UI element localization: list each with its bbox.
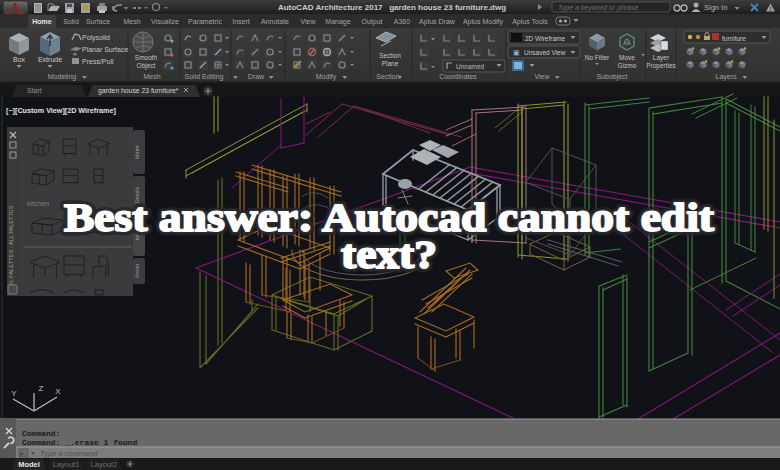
- svg-text:A360: A360: [394, 18, 410, 25]
- svg-text:Output: Output: [361, 18, 382, 26]
- svg-text:Model: Model: [18, 460, 40, 469]
- svg-text:TOOL PALETTES - ALL PALETTES: TOOL PALETTES - ALL PALETTES: [8, 205, 14, 294]
- svg-text:Type a keyword or phrase: Type a keyword or phrase: [558, 4, 639, 12]
- svg-text:Section: Section: [376, 73, 399, 80]
- svg-text:Sign In: Sign In: [704, 3, 727, 12]
- svg-text:furniture: furniture: [722, 35, 746, 42]
- svg-text:Visualize: Visualize: [151, 18, 179, 25]
- svg-text:Aplus Modify: Aplus Modify: [463, 18, 504, 26]
- svg-text:Home: Home: [32, 18, 52, 25]
- svg-text:Parametric: Parametric: [188, 18, 222, 25]
- svg-text:!: !: [770, 6, 772, 12]
- svg-text:AutoCAD Architecture 2017 ga: AutoCAD Architecture 2017 garden house 2…: [278, 3, 506, 12]
- svg-text:A: A: [10, 0, 21, 16]
- svg-text:Subobject: Subobject: [596, 73, 627, 81]
- svg-text:Layout1: Layout1: [53, 460, 80, 469]
- svg-text:text?: text?: [341, 232, 437, 277]
- svg-text:Command: _.erase 1 found: Command: _.erase 1 found: [22, 438, 137, 447]
- svg-text:Move: Move: [619, 54, 635, 61]
- svg-text:Press/Pull: Press/Pull: [82, 58, 114, 65]
- svg-text:Mater: Mater: [134, 145, 140, 159]
- svg-text:Layout2: Layout2: [91, 460, 118, 469]
- svg-text:Layers: Layers: [715, 73, 737, 81]
- svg-text:Polysolid: Polysolid: [82, 34, 110, 42]
- svg-text:Modify: Modify: [316, 73, 337, 81]
- svg-text:Command:: Command:: [22, 429, 60, 438]
- svg-text:Type a command: Type a command: [40, 449, 98, 458]
- svg-text:Start: Start: [27, 87, 42, 94]
- svg-text:No Filter: No Filter: [585, 54, 610, 61]
- svg-text:Solid: Solid: [63, 18, 79, 25]
- svg-text:Modeling: Modeling: [48, 73, 77, 81]
- svg-text:Z: Z: [39, 384, 44, 393]
- svg-text:Annot: Annot: [134, 263, 140, 278]
- svg-text:Aplus Tools: Aplus Tools: [512, 18, 548, 26]
- svg-text:Extrude: Extrude: [38, 56, 62, 63]
- svg-text:Y: Y: [11, 389, 17, 398]
- svg-text:Mesh: Mesh: [143, 73, 160, 80]
- svg-text:Solid Editing: Solid Editing: [185, 73, 224, 81]
- svg-text:Box: Box: [13, 56, 26, 63]
- svg-text:Object: Object: [137, 62, 156, 70]
- svg-text:View: View: [300, 18, 316, 25]
- svg-text:X: X: [55, 387, 61, 396]
- svg-text:Unnamed: Unnamed: [456, 63, 485, 70]
- svg-text:Smooth: Smooth: [135, 54, 158, 61]
- svg-text:2D Wireframe: 2D Wireframe: [525, 35, 565, 42]
- svg-text:Gizmo: Gizmo: [618, 62, 637, 69]
- svg-text:Coordinates: Coordinates: [439, 73, 477, 80]
- svg-text:garden house 23 furniture*: garden house 23 furniture*: [98, 87, 179, 95]
- svg-text:Aplus Draw: Aplus Draw: [419, 18, 456, 26]
- svg-text:Annotate: Annotate: [261, 18, 289, 25]
- svg-text:▣: ▣: [513, 49, 520, 56]
- svg-text:Properties: Properties: [646, 62, 676, 70]
- svg-text:Draw: Draw: [248, 73, 265, 80]
- svg-text:kitchen: kitchen: [27, 200, 49, 207]
- svg-text:Unsaved View: Unsaved View: [524, 49, 566, 56]
- svg-text:Planar Surface: Planar Surface: [82, 46, 128, 53]
- svg-text:Mesh: Mesh: [123, 18, 140, 25]
- svg-text:Surface: Surface: [86, 18, 110, 25]
- svg-text:⏵: ⏵: [20, 451, 23, 457]
- svg-text:[−][Custom View][2D Wireframe]: [−][Custom View][2D Wireframe]: [6, 106, 116, 115]
- svg-text:Section: Section: [379, 52, 401, 59]
- svg-text:Layer: Layer: [653, 54, 670, 62]
- svg-text:View: View: [534, 73, 550, 80]
- svg-text:Manage: Manage: [325, 18, 350, 26]
- svg-text:Plane: Plane: [382, 60, 399, 67]
- svg-text:Insert: Insert: [232, 18, 250, 25]
